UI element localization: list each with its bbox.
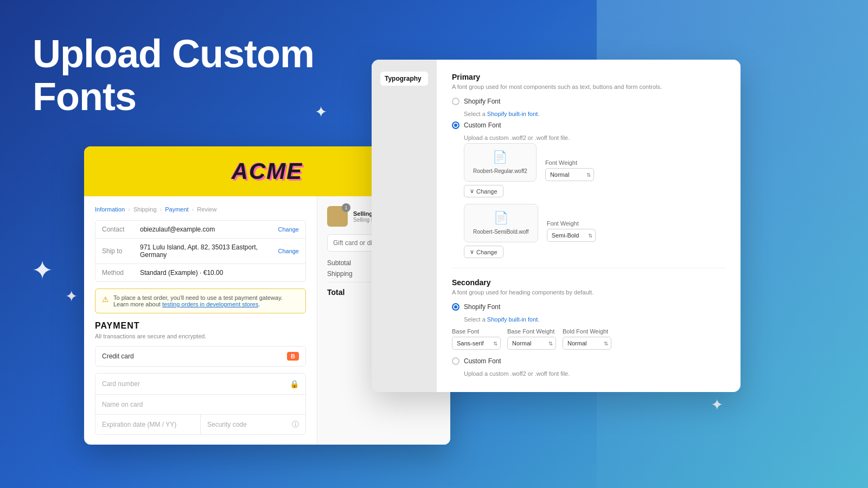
badge-b: B [287, 352, 299, 361]
font2-weight-select[interactable]: Semi-Bold [547, 229, 596, 242]
font1-filename: Roobert-Regular.woff2 [473, 168, 527, 175]
secondary-shopify-radio[interactable] [452, 303, 459, 311]
card-fields: Card number 🔒 Name on card Expiration da… [95, 373, 306, 435]
security-code-label: Security code [207, 421, 247, 428]
breadcrumb-sep3: › [192, 206, 194, 213]
payment-title: PAYMENT [95, 321, 306, 331]
bold-font-weight-select-wrapper: Normal [563, 337, 611, 350]
alert-icon: ⚠ [102, 295, 109, 304]
card-bottom-row: Expiration date (MM / YY) Security code … [95, 415, 305, 434]
custom-font-radio[interactable] [452, 121, 459, 129]
checkout-left: Information › Shipping › Payment › Revie… [84, 196, 317, 445]
shopify-font-label: Shopify Font [464, 98, 500, 105]
quantity-badge: 1 [342, 203, 350, 212]
section-divider [452, 268, 725, 268]
shopify-font-sublabel: Select a Shopify built-in font. [464, 111, 725, 117]
font2-file-icon: 📄 [494, 211, 508, 225]
table-row: Contact obiezulauf@example.com Change [95, 221, 305, 239]
info-icon: ⓘ [292, 420, 299, 429]
primary-section-title: Primary [452, 73, 725, 81]
font2-file-card: 📄 Roobert-SemiBold.woff [464, 204, 538, 242]
custom-font-sublabel: Upload a custom .woff2 or .woff font fil… [464, 134, 725, 141]
font2-weight-select-wrapper: Semi-Bold [547, 229, 596, 242]
secondary-custom-label: Custom Font [464, 357, 501, 365]
sparkle-icon-3: ✦ [315, 103, 327, 121]
typography-panel: Typography Primary A font group used for… [372, 60, 741, 392]
bold-font-weight-col: Bold Font Weight Normal [563, 328, 611, 350]
expiration-field[interactable]: Expiration date (MM / YY) [95, 415, 201, 434]
alert-text: To place a test order, you'll need to us… [113, 294, 299, 307]
font2-card-row: 📄 Roobert-SemiBold.woff ∨ Change Font We… [464, 204, 725, 258]
breadcrumb-review: Review [197, 206, 216, 213]
typography-sidebar: Typography [372, 60, 437, 392]
breadcrumb-information: Information [95, 206, 125, 213]
font1-file-icon: 📄 [493, 150, 507, 164]
secondary-custom-radio[interactable] [452, 357, 459, 365]
credit-card-tab[interactable]: Credit card B [95, 346, 305, 366]
font1-card-row: 📄 Roobert-Regular.woff2 ∨ Change Font We… [464, 143, 725, 197]
subtotal-label: Subtotal [327, 259, 351, 267]
credit-card-label: Credit card [102, 352, 134, 360]
font1-weight-group: Font Weight Normal [545, 159, 594, 181]
breadcrumb-sep2: › [160, 206, 162, 213]
breadcrumb-sep1: › [128, 206, 130, 213]
font1-change-chevron: ∨ [470, 188, 474, 195]
breadcrumb: Information › Shipping › Payment › Revie… [95, 206, 306, 213]
total-label: Total [327, 288, 344, 297]
bold-font-weight-select[interactable]: Normal [563, 337, 611, 350]
product-image: 1 [327, 206, 348, 227]
secondary-shopify-sublabel: Select a Shopify built-in font. [464, 316, 725, 323]
font2-change-chevron: ∨ [470, 248, 474, 255]
font1-change-button[interactable]: ∨ Change [464, 185, 503, 197]
base-font-label: Base Font [452, 328, 501, 335]
secondary-custom-sublabel: Upload a custom .woff2 or .woff font fil… [464, 370, 725, 377]
lock-icon: 🔒 [290, 380, 299, 388]
base-font-weight-select-wrapper: Normal [507, 337, 556, 350]
sparkle-icon-4: ✦ [711, 396, 723, 414]
shipto-label: Ship to [102, 247, 140, 255]
shopify-font-option: Shopify Font [452, 98, 725, 105]
secondary-shopify-link[interactable]: Shopify built-in font [487, 316, 538, 323]
secondary-section-title: Secondary [452, 278, 725, 287]
name-on-card-label: Name on card [102, 401, 299, 408]
contact-change-link[interactable]: Change [278, 226, 299, 233]
custom-font-label: Custom Font [464, 121, 501, 129]
shipto-value: 971 Lulu Island, Apt. 82, 35013 Eastport… [140, 243, 278, 259]
name-on-card-field[interactable]: Name on card [95, 395, 305, 415]
bold-font-weight-label: Bold Font Weight [563, 328, 611, 335]
font2-change-button[interactable]: ∨ Change [464, 246, 503, 258]
font2-weight-label: Font Weight [547, 220, 596, 227]
info-table: Contact obiezulauf@example.com Change Sh… [95, 220, 306, 282]
font2-filename: Roobert-SemiBold.woff [473, 228, 529, 235]
typography-content: Primary A font group used for most compo… [437, 60, 741, 392]
shopify-font-link[interactable]: Shopify built-in font [487, 111, 538, 117]
shipto-change-link[interactable]: Change [278, 248, 299, 254]
font1-file-card: 📄 Roobert-Regular.woff2 [464, 143, 537, 182]
font1-weight-select-wrapper: Normal [545, 168, 594, 181]
page-title-area: Upload Custom Fonts [33, 33, 314, 118]
shopify-font-radio[interactable] [452, 98, 459, 105]
typography-panel-inner: Typography Primary A font group used for… [372, 60, 741, 392]
breadcrumb-payment: Payment [165, 206, 188, 213]
card-number-field[interactable]: Card number 🔒 [95, 374, 305, 395]
secondary-shopify-label: Shopify Font [464, 303, 500, 311]
sidebar-item-typography[interactable]: Typography [380, 72, 428, 86]
breadcrumb-shipping: Shipping [133, 206, 157, 213]
font1-weight-select[interactable]: Normal [545, 168, 594, 181]
base-font-grid: Base Font Sans-serif Base Font Weight No… [452, 328, 725, 350]
base-font-weight-select[interactable]: Normal [507, 337, 556, 350]
base-font-weight-label: Base Font Weight [507, 328, 556, 335]
security-code-field[interactable]: Security code ⓘ [201, 415, 305, 434]
base-font-col: Base Font Sans-serif [452, 328, 501, 350]
contact-value: obiezulauf@example.com [140, 226, 278, 233]
base-font-select[interactable]: Sans-serif [452, 337, 501, 350]
page-title: Upload Custom Fonts [33, 33, 314, 118]
alert-link[interactable]: testing orders in development stores [162, 301, 258, 307]
table-row: Method Standard (Example) · €10.00 [95, 264, 305, 281]
alert-box: ⚠ To place a test order, you'll need to … [95, 288, 306, 313]
font1-weight-label: Font Weight [545, 159, 594, 166]
table-row: Ship to 971 Lulu Island, Apt. 82, 35013 … [95, 239, 305, 264]
secondary-shopify-option: Shopify Font [452, 303, 725, 311]
base-font-weight-col: Base Font Weight Normal [507, 328, 556, 350]
expiration-label: Expiration date (MM / YY) [102, 421, 176, 428]
